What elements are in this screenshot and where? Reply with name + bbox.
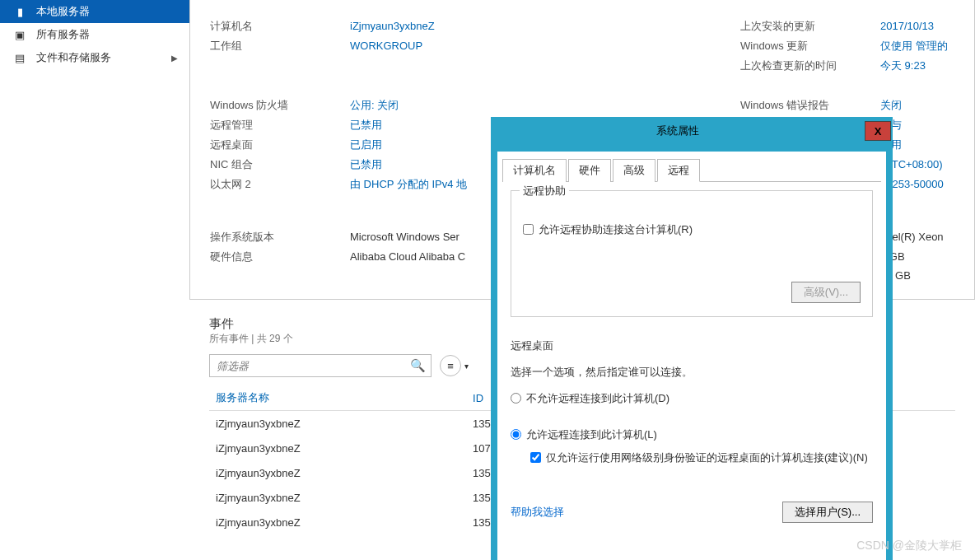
value[interactable]: 关闭 <box>880 98 954 113</box>
cell: iZjmyaun3yxbneZ <box>209 460 466 485</box>
tab-computer-name[interactable]: 计算机名 <box>502 159 567 182</box>
label: NIC 组合 <box>210 157 350 172</box>
value-remote-mgmt[interactable]: 已禁用 <box>350 118 382 133</box>
value[interactable]: 今天 9:23 <box>880 58 954 73</box>
radio-label: 不允许远程连接到此计算机(D) <box>526 391 669 406</box>
label: 硬件信息 <box>210 250 350 264</box>
dropdown-icon[interactable]: ▾ <box>464 362 476 371</box>
value[interactable]: 仅使用 管理的 <box>880 39 954 54</box>
filter-box[interactable]: 🔍 <box>209 354 432 377</box>
checkbox-input[interactable] <box>530 452 541 463</box>
value[interactable]: 2017/10/13 <box>880 20 954 32</box>
sidebar-item-label: 文件和存储服务 <box>36 50 111 65</box>
label: Windows 错误报告 <box>740 98 880 113</box>
checkbox-input[interactable] <box>523 224 534 235</box>
radio-disallow-remote[interactable]: 不允许远程连接到此计算机(D) <box>511 391 873 406</box>
col-server[interactable]: 服务器名称 <box>209 385 466 411</box>
radio-allow-remote[interactable]: 允许远程连接到此计算机(L) <box>511 427 873 442</box>
cell: iZjmyaun3yxbneZ <box>209 411 466 436</box>
value-remote-desktop[interactable]: 已启用 <box>350 138 382 152</box>
intro-text: 选择一个选项，然后指定谁可以连接。 <box>511 365 873 380</box>
cell: iZjmyaun3yxbneZ <box>209 485 466 510</box>
checkbox-label: 仅允许运行使用网络级别身份验证的远程桌面的计算机连接(建议)(N) <box>546 450 868 465</box>
dialog-title: 系统属性 <box>491 124 865 138</box>
sidebar: ▮ 本地服务器 ▣ 所有服务器 ▤ 文件和存储服务 ▶ <box>0 0 189 560</box>
tab-remote[interactable]: 远程 <box>657 159 700 182</box>
label: 以太网 2 <box>210 177 350 192</box>
label: 远程桌面 <box>210 138 350 152</box>
legend: 远程桌面 <box>511 338 873 353</box>
sidebar-item-all-servers[interactable]: ▣ 所有服务器 <box>0 23 189 46</box>
select-users-button[interactable]: 选择用户(S)... <box>782 502 873 523</box>
label: Windows 防火墙 <box>210 98 350 113</box>
label: 上次检查更新的时间 <box>740 58 880 73</box>
sidebar-item-local-server[interactable]: ▮ 本地服务器 <box>0 0 189 23</box>
radio-input[interactable] <box>511 393 521 404</box>
remote-desktop-fieldset: 远程桌面 选择一个选项，然后指定谁可以连接。 不允许远程连接到此计算机(D) 允… <box>511 334 873 528</box>
tab-advanced[interactable]: 高级 <box>613 159 655 182</box>
storage-icon: ▤ <box>12 52 28 64</box>
value-os-version: Microsoft Windows Ser <box>350 231 460 243</box>
legend: 远程协助 <box>520 184 569 198</box>
sidebar-item-label: 所有服务器 <box>36 27 90 42</box>
remote-assist-fieldset: 远程协助 允许远程协助连接这台计算机(R) 高级(V)... <box>511 190 873 317</box>
tab-hardware[interactable]: 硬件 <box>568 159 611 182</box>
value-hw-info: Alibaba Cloud Alibaba C <box>350 250 465 263</box>
radio-label: 允许远程连接到此计算机(L) <box>526 427 657 442</box>
dialog-tabs: 计算机名 硬件 高级 远程 <box>502 158 881 182</box>
radio-input[interactable] <box>511 429 521 440</box>
sidebar-item-label: 本地服务器 <box>36 4 90 19</box>
search-icon[interactable]: 🔍 <box>410 358 426 373</box>
label: 远程管理 <box>210 118 350 133</box>
advanced-button: 高级(V)... <box>791 282 861 303</box>
value-ethernet[interactable]: 由 DHCP 分配的 IPv4 地 <box>350 177 467 192</box>
checkbox-label: 允许远程协助连接这台计算机(R) <box>539 222 693 237</box>
filter-options-button[interactable]: ≡ <box>440 355 461 376</box>
server-local-icon: ▮ <box>12 6 28 18</box>
chevron-right-icon: ▶ <box>171 54 178 63</box>
label: 工作组 <box>210 39 350 54</box>
label: 计算机名 <box>210 19 350 34</box>
system-properties-dialog: 计算机名 硬件 高级 远程 远程协助 允许远程协助连接这台计算机(R) 高级(V… <box>491 145 893 560</box>
servers-icon: ▣ <box>12 29 28 41</box>
value-workgroup[interactable]: WORKGROUP <box>350 40 422 52</box>
cell: iZjmyaun3yxbneZ <box>209 436 466 460</box>
value-computer-name[interactable]: iZjmyaun3yxbneZ <box>350 20 435 32</box>
sidebar-item-file-storage[interactable]: ▤ 文件和存储服务 ▶ <box>0 46 189 69</box>
nla-only-checkbox[interactable]: 仅允许运行使用网络级别身份验证的远程桌面的计算机连接(建议)(N) <box>530 450 873 465</box>
label: 上次安装的更新 <box>740 19 880 34</box>
filter-input[interactable] <box>215 359 410 373</box>
value-firewall[interactable]: 公用: 关闭 <box>350 98 399 113</box>
allow-remote-assist-checkbox[interactable]: 允许远程协助连接这台计算机(R) <box>523 222 861 237</box>
label: Windows 更新 <box>740 39 880 54</box>
dialog-titlebar[interactable]: 系统属性 X <box>491 117 893 145</box>
value-nic-teaming[interactable]: 已禁用 <box>350 157 382 172</box>
help-link[interactable]: 帮助我选择 <box>511 505 564 520</box>
label: 操作系统版本 <box>210 230 350 245</box>
close-button[interactable]: X <box>865 121 891 141</box>
cell: iZjmyaun3yxbneZ <box>209 510 466 534</box>
